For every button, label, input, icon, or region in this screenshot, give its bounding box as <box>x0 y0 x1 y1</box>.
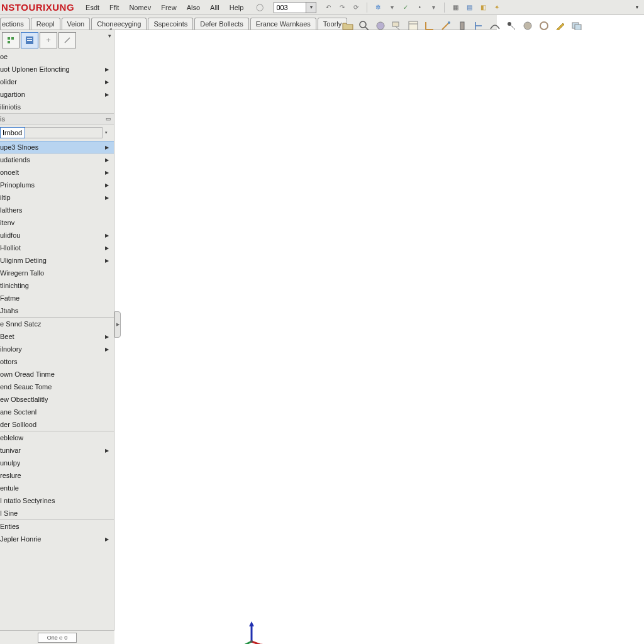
list-view-button[interactable] <box>21 32 38 48</box>
redo-icon[interactable]: ↷ <box>337 3 347 13</box>
sidebar-item[interactable]: Hlolliot▶ <box>0 242 114 254</box>
add-button[interactable]: + <box>40 32 57 48</box>
sidebar-item-label: reslure <box>0 472 21 479</box>
sidebar-filter-dropdown[interactable]: ▾ <box>103 130 110 135</box>
svg-rect-3 <box>392 22 399 26</box>
sidebar-item[interactable]: eblelow <box>0 431 114 444</box>
tab-reopl[interactable]: Reopl <box>31 18 60 30</box>
sidebar-filter-input[interactable] <box>0 127 25 138</box>
value-input[interactable] <box>274 2 306 13</box>
circle-icon[interactable]: ◯ <box>251 1 269 13</box>
tab-ections[interactable]: ections <box>0 18 30 30</box>
submenu-arrow-icon: ▶ <box>105 92 109 97</box>
sidebar-overflow[interactable]: ▾ <box>108 33 111 39</box>
sidebar-item[interactable]: der Solllood <box>0 418 114 431</box>
graphics-canvas[interactable] <box>114 30 644 644</box>
sidebar-item[interactable]: Uliginm Detiing▶ <box>0 254 114 267</box>
chevron-down-icon[interactable]: ▾ <box>387 3 397 13</box>
sidebar-item[interactable]: own Oread Tinme <box>0 368 114 380</box>
sidebar-item[interactable]: Beet▶ <box>0 330 114 343</box>
sidebar-item[interactable]: Jepler Honrie▶ <box>0 533 114 545</box>
grid-icon[interactable]: ▤ <box>464 3 474 13</box>
tab-veion[interactable]: Veion <box>62 18 91 30</box>
sidebar-item[interactable]: e Snnd Satcz <box>0 318 114 330</box>
sidebar-item-label: I Sine <box>0 509 18 517</box>
sidebar-item[interactable]: ane Soctenl <box>0 406 114 418</box>
check-icon[interactable]: ✓ <box>401 3 411 13</box>
sidebar-item[interactable]: ottors <box>0 355 114 368</box>
sidebar-item-label: ane Soctenl <box>0 408 36 416</box>
panel-splitter-handle[interactable]: ▶ <box>114 311 121 338</box>
sidebar-item-label: end Seauc Tome <box>0 383 52 391</box>
menu-frew[interactable]: Frew <box>156 2 181 13</box>
feature-tree-panel: ◂ + ▾ oeuot Uplonen Eitoncting▶olider▶ug… <box>0 30 114 644</box>
edit-button[interactable] <box>58 32 76 48</box>
tab-choneecyging[interactable]: Choneecyging <box>91 18 147 30</box>
sidebar-item[interactable]: entule <box>0 482 114 494</box>
sidebar-item-label: olider <box>0 78 17 86</box>
menu-ffit[interactable]: Ffit <box>104 2 124 13</box>
sidebar-filter-label <box>25 127 103 138</box>
sidebar-item-label: uot Uplonen Eitoncting <box>0 65 70 73</box>
svg-line-29 <box>252 641 265 644</box>
sidebar-item[interactable]: reslure <box>0 469 114 482</box>
chevron-down-icon-2[interactable]: ▾ <box>428 3 438 13</box>
sidebar-item[interactable]: Jtıahs <box>0 304 114 317</box>
sidebar-item[interactable]: ilnolory▶ <box>0 343 114 355</box>
refresh-icon[interactable]: ⟳ <box>351 3 361 13</box>
sidebar-item[interactable]: end Seauc Tome <box>0 380 114 393</box>
tab-defer-bollects[interactable]: Defer Bollects <box>194 18 248 30</box>
undo-icon[interactable]: ↶ <box>323 3 333 13</box>
sidebar-item[interactable]: itenv <box>0 216 114 229</box>
sidebar-item[interactable]: I ntatlo Sectyrines <box>0 494 114 507</box>
sidebar-item[interactable]: lalthers <box>0 204 114 216</box>
status-combo[interactable]: One ℮ 0 <box>38 633 77 643</box>
globe-icon[interactable]: ✲ <box>373 3 383 13</box>
sidebar-item[interactable]: oe <box>0 50 114 63</box>
submenu-arrow-icon: ▶ <box>105 157 109 163</box>
tab-sspecoints[interactable]: Sspecoints <box>148 18 193 30</box>
submenu-arrow-icon: ▶ <box>105 79 109 85</box>
sidebar-item[interactable]: I Sine <box>0 507 114 519</box>
sidebar-item[interactable]: Enties <box>0 520 114 533</box>
sidebar-item[interactable]: olider▶ <box>0 75 114 88</box>
sidebar-item-label: der Solllood <box>0 421 36 428</box>
sidebar-item[interactable]: tlinichting <box>0 279 114 292</box>
feature-list: oeuot Uplonen Eitoncting▶olider▶ugartion… <box>0 50 114 545</box>
component-icon[interactable]: ◧ <box>478 3 488 13</box>
sidebar-item-label: Jepler Honrie <box>0 535 41 543</box>
svg-point-17 <box>540 22 548 30</box>
panel-icon[interactable]: ▦ <box>450 3 460 13</box>
menu-help[interactable]: Help <box>225 2 249 13</box>
overflow-dropdown[interactable]: ▾ <box>633 3 641 12</box>
sidebar-item[interactable]: udatiends▶ <box>0 153 114 166</box>
sidebar-item-label: tlinichting <box>0 282 29 289</box>
sidebar-item[interactable]: unulpy <box>0 457 114 469</box>
sidebar-item[interactable]: ulidfou▶ <box>0 229 114 242</box>
submenu-arrow-icon: ▶ <box>105 448 109 453</box>
menu-all[interactable]: Alll <box>205 2 225 13</box>
sidebar-section-header[interactable]: is▭ <box>0 113 114 125</box>
sidebar-item[interactable]: Prinoplums▶ <box>0 179 114 191</box>
sidebar-item[interactable]: upe3 Slnoes▶ <box>0 141 114 153</box>
sidebar-item[interactable]: Fatme <box>0 292 114 304</box>
submenu-arrow-icon: ▶ <box>105 145 109 150</box>
sidebar-item[interactable]: Wiregern Tallo <box>0 267 114 279</box>
dot-icon[interactable]: • <box>414 3 425 13</box>
menu-also[interactable]: Also <box>182 2 205 13</box>
tree-view-button[interactable] <box>2 32 19 48</box>
sidebar-item[interactable]: ew Obsectlalitly <box>0 393 114 406</box>
sidebar-item-label: onoelt <box>0 169 19 176</box>
pin-icon[interactable]: ✦ <box>492 3 502 13</box>
sidebar-item[interactable]: uot Uplonen Eitoncting▶ <box>0 63 114 75</box>
tab-erance-warnkaes[interactable]: Erance Warnkaes <box>250 18 316 30</box>
menu-nomev[interactable]: Nomev <box>124 2 156 13</box>
sidebar-item[interactable]: ugartion▶ <box>0 88 114 101</box>
menu-esdt[interactable]: Esdt <box>80 2 104 13</box>
sidebar-item[interactable]: iliniotis <box>0 101 114 113</box>
value-dropdown-button[interactable]: ▾ <box>306 2 316 13</box>
sidebar-item[interactable]: iltip▶ <box>0 191 114 204</box>
svg-line-26 <box>65 38 70 43</box>
sidebar-item[interactable]: onoelt▶ <box>0 166 114 179</box>
sidebar-item[interactable]: tunivar▶ <box>0 444 114 457</box>
